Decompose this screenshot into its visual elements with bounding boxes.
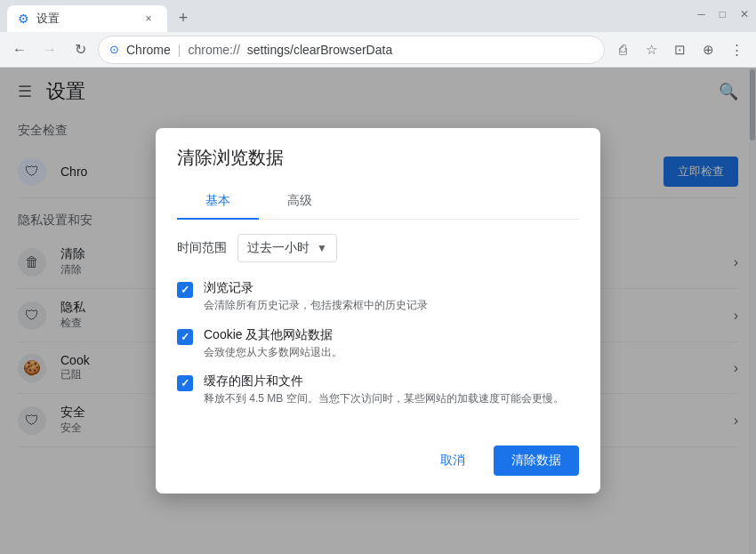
tab-basic[interactable]: 基本 xyxy=(177,184,259,220)
url-path: settings/clearBrowserData xyxy=(247,43,392,57)
toolbar-actions: ⎙ ☆ ⊡ ⊕ ⋮ xyxy=(610,37,749,62)
checkbox-2[interactable]: ✓ xyxy=(177,375,193,391)
url-scheme: chrome:// xyxy=(188,43,239,57)
dropdown-arrow-icon: ▼ xyxy=(317,242,327,254)
time-range-value: 过去一小时 xyxy=(247,240,310,256)
profile-button[interactable]: ⊕ xyxy=(696,37,720,62)
window-controls: ─ □ ✕ xyxy=(697,8,749,20)
page-content: ☰ 设置 🔍 安全检查 🛡 Chro 立即检查 隐私设置和安 🗑 xyxy=(0,68,756,554)
checkbox-title-0: 浏览记录 xyxy=(204,280,428,296)
checkbox-text-0: 浏览记录 会清除所有历史记录，包括搜索框中的历史记录 xyxy=(204,280,428,313)
checkbox-item-1: ✓ Cookie 及其他网站数据 会致使您从大多数网站退出。 xyxy=(177,327,579,360)
url-separator: | xyxy=(178,43,181,57)
time-range-row: 时间范围 过去一小时 ▼ xyxy=(177,234,579,262)
cancel-button[interactable]: 取消 xyxy=(422,446,483,476)
new-tab-button[interactable]: + xyxy=(171,5,196,30)
tab-advanced[interactable]: 高级 xyxy=(259,184,341,220)
restore-button[interactable]: □ xyxy=(720,8,726,20)
time-range-label: 时间范围 xyxy=(177,240,227,256)
back-button[interactable]: ← xyxy=(7,37,32,62)
tab-label: 设置 xyxy=(36,11,60,27)
checkbox-0[interactable]: ✓ xyxy=(177,282,193,298)
title-bar: ⚙ 设置 × + ─ □ ✕ xyxy=(0,0,756,32)
checkbox-item-0: ✓ 浏览记录 会清除所有历史记录，包括搜索框中的历史记录 xyxy=(177,280,579,313)
url-brand: Chrome xyxy=(126,43,171,57)
tab-settings-icon: ⚙ xyxy=(18,12,29,26)
dialog-body: 时间范围 过去一小时 ▼ ✓ 浏览记录 会清除所有历史记录，包 xyxy=(156,220,600,435)
browser-window: ⚙ 设置 × + ─ □ ✕ ← → ↻ ⊙ Chrome | chrome:/… xyxy=(0,0,756,554)
dialog-header: 清除浏览数据 基本 高级 xyxy=(156,128,600,220)
dialog-tabs: 基本 高级 xyxy=(177,184,579,220)
clear-data-button[interactable]: 清除数据 xyxy=(494,446,579,476)
dialog-title: 清除浏览数据 xyxy=(177,146,579,170)
window-close-button[interactable]: ✕ xyxy=(740,8,749,20)
tab-close-button[interactable]: × xyxy=(141,11,157,27)
checkbox-text-1: Cookie 及其他网站数据 会致使您从大多数网站退出。 xyxy=(204,327,342,360)
menu-button[interactable]: ⋮ xyxy=(724,37,749,62)
time-range-select[interactable]: 过去一小时 ▼ xyxy=(237,234,337,262)
dialog-footer: 取消 清除数据 xyxy=(156,435,600,494)
browser-tab[interactable]: ⚙ 设置 × xyxy=(7,5,167,32)
checkbox-desc-1: 会致使您从大多数网站退出。 xyxy=(204,345,342,360)
checkmark-0: ✓ xyxy=(181,284,189,296)
dialog-overlay: 清除浏览数据 基本 高级 时间范围 过去一小时 ▼ xyxy=(0,68,756,554)
checkmark-1: ✓ xyxy=(181,331,189,343)
checkbox-desc-0: 会清除所有历史记录，包括搜索框中的历史记录 xyxy=(204,298,428,313)
checkbox-1[interactable]: ✓ xyxy=(177,329,193,345)
checkbox-text-2: 缓存的图片和文件 释放不到 4.5 MB 空间。当您下次访问时，某些网站的加载速… xyxy=(204,373,564,406)
clear-browser-data-dialog: 清除浏览数据 基本 高级 时间范围 过去一小时 ▼ xyxy=(156,128,600,494)
forward-button[interactable]: → xyxy=(37,37,62,62)
bookmark-button[interactable]: ☆ xyxy=(639,37,664,62)
reader-mode-button[interactable]: ⊡ xyxy=(667,37,692,62)
minimize-button[interactable]: ─ xyxy=(697,8,705,20)
site-security-icon: ⊙ xyxy=(109,43,119,56)
checkmark-2: ✓ xyxy=(181,377,189,389)
checkbox-item-2: ✓ 缓存的图片和文件 释放不到 4.5 MB 空间。当您下次访问时，某些网站的加… xyxy=(177,373,579,406)
share-button[interactable]: ⎙ xyxy=(610,37,635,62)
refresh-button[interactable]: ↻ xyxy=(68,37,92,62)
checkbox-desc-2: 释放不到 4.5 MB 空间。当您下次访问时，某些网站的加载速度可能会更慢。 xyxy=(204,391,564,406)
toolbar: ← → ↻ ⊙ Chrome | chrome://settings/clear… xyxy=(0,32,756,68)
checkbox-title-1: Cookie 及其他网站数据 xyxy=(204,327,342,343)
address-bar[interactable]: ⊙ Chrome | chrome://settings/clearBrowse… xyxy=(98,36,605,64)
checkbox-title-2: 缓存的图片和文件 xyxy=(204,373,564,389)
